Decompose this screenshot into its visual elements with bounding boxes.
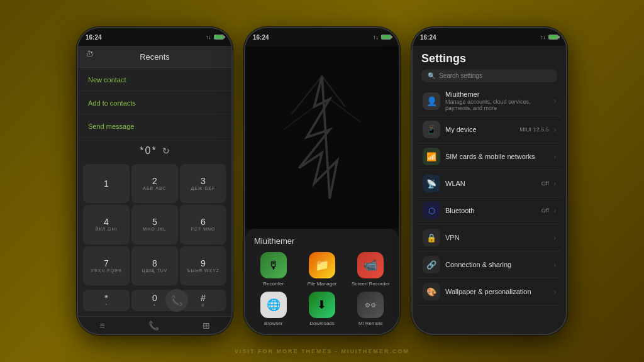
app-browser[interactable]: 🌐 Browser <box>252 292 295 326</box>
nav-call-icon[interactable]: 📞 <box>148 321 159 331</box>
phone-left: 16:24 ↑↓ ⏱ Recents New contact Add to co… <box>77 27 233 335</box>
dial-key-9[interactable]: 9 ЪЫЬЯ WXYZ <box>180 246 226 285</box>
left-time: 16:24 <box>86 34 102 41</box>
signal-icon: ↑↓ <box>206 34 211 40</box>
app-filemanager[interactable]: 📁 File Manager <box>300 252 343 287</box>
bluetooth-status: Off <box>541 207 549 214</box>
dial-key-3[interactable]: 3 ДЕЖ DEF <box>180 164 226 203</box>
wallpaper-icon: 🎨 <box>423 283 440 300</box>
call-button[interactable]: 📞 <box>165 289 188 312</box>
right-screen: Settings 🔍 Search settings 👤 Miuithemer … <box>413 46 566 334</box>
crack-effect <box>245 46 399 229</box>
dialer-display: *0* ↻ <box>78 138 231 162</box>
middle-time: 16:24 <box>253 34 269 41</box>
wlan-content: WLAN <box>445 180 536 187</box>
sim-icon: 📶 <box>423 148 440 165</box>
wlan-arrow: › <box>554 180 556 187</box>
middle-status-bar: 16:24 ↑↓ <box>245 28 399 46</box>
dial-key-6[interactable]: 6 РСТ MNO <box>180 205 226 244</box>
dial-key-8[interactable]: 8 ЦШЩ TUV <box>131 246 178 285</box>
bluetooth-arrow: › <box>554 207 556 214</box>
signal-icon-m: ↑↓ <box>373 34 379 40</box>
bluetooth-content: Bluetooth <box>445 207 536 214</box>
right-status-bar: 16:24 ↑↓ <box>413 28 566 46</box>
left-status-bar: 16:24 ↑↓ <box>78 28 231 46</box>
miremote-icon: ⚙⚙ <box>357 292 384 318</box>
dialer-grid: 1 2 АБВ ABC 3 ДЕЖ DEF 4 ЙКЛ GHI 5 МНО <box>78 162 231 288</box>
app-miremote[interactable]: ⚙⚙ Mi Remote <box>349 292 392 326</box>
dial-key-1[interactable]: 1 <box>83 164 130 203</box>
vpn-title: VPN <box>445 234 549 241</box>
downloads-label: Downloads <box>309 321 335 326</box>
recorder-label: Recorder <box>263 281 284 287</box>
vpn-content: VPN <box>445 234 549 241</box>
settings-header: Settings 🔍 Search settings <box>413 46 566 86</box>
add-to-contacts-item[interactable]: Add to contacts <box>78 91 231 114</box>
watermark: VISIT FOR MORE THEMES - MIUITHEMER.COM <box>235 348 409 354</box>
settings-item-device[interactable]: 📱 My device MIUI 12.5.5 › <box>418 116 561 143</box>
right-status-icons: ↑↓ <box>540 34 558 40</box>
settings-item-sim[interactable]: 📶 SIM cards & mobile networks › <box>418 143 561 170</box>
wlan-status: Off <box>541 180 549 187</box>
call-icon: 📞 <box>170 295 183 307</box>
new-contact-item[interactable]: New contact <box>78 68 231 91</box>
settings-item-connection[interactable]: 🔗 Connection & sharing › <box>418 251 561 278</box>
left-screen: ⏱ Recents New contact Add to contacts Se… <box>78 46 231 316</box>
right-time: 16:24 <box>420 34 436 41</box>
dialer-bottom: * * 0 + 📞 # # <box>78 288 231 316</box>
sim-content: SIM cards & mobile networks <box>445 153 549 160</box>
recents-header: ⏱ Recents <box>78 46 231 68</box>
settings-item-bluetooth[interactable]: ⬡ Bluetooth Off › <box>418 197 561 224</box>
vpn-arrow: › <box>554 234 556 241</box>
left-status-icons: ↑↓ <box>206 34 224 40</box>
settings-item-account[interactable]: 👤 Miuithemer Manage accounts, cloud serv… <box>418 86 561 116</box>
wallpaper-title: Wallpaper & personalization <box>445 288 549 295</box>
dial-key-4[interactable]: 4 ЙКЛ GHI <box>83 205 130 244</box>
settings-search[interactable]: 🔍 Search settings <box>421 69 557 82</box>
wallpaper-arrow: › <box>554 288 556 295</box>
device-title: My device <box>445 126 514 133</box>
app-recorder[interactable]: 🎙 Recorder <box>252 252 295 287</box>
dial-key-5[interactable]: 5 МНО JKL <box>131 205 178 244</box>
connection-title: Connection & sharing <box>445 261 549 268</box>
browser-label: Browser <box>264 321 282 326</box>
account-sub: Manage accounts, cloud services, payment… <box>445 99 549 111</box>
settings-item-wlan[interactable]: 📡 WLAN Off › <box>418 170 561 197</box>
settings-item-wallpaper[interactable]: 🎨 Wallpaper & personalization › <box>418 278 561 305</box>
settings-item-vpn[interactable]: 🔒 VPN › <box>418 224 561 251</box>
dial-key-star[interactable]: * * <box>83 290 130 311</box>
device-icon: 📱 <box>423 121 440 138</box>
app-screenrecorder[interactable]: 📹 Screen Recorder <box>349 252 392 287</box>
new-contact-label: New contact <box>88 76 126 84</box>
nav-menu-icon[interactable]: ≡ <box>99 321 104 331</box>
account-icon: 👤 <box>423 92 440 110</box>
left-nav-bar: ≡ 📞 ⊞ <box>78 316 231 334</box>
account-title: Miuithemer <box>445 90 549 98</box>
svg-line-4 <box>330 99 360 123</box>
dial-key-2[interactable]: 2 АБВ ABC <box>131 164 178 203</box>
send-message-item[interactable]: Send message <box>78 114 231 138</box>
app-drawer: Miuithemer 🎙 Recorder 📁 File Manager 📹 S… <box>245 229 399 334</box>
wlan-title: WLAN <box>445 180 536 187</box>
phone-right: 16:24 ↑↓ Settings 🔍 Search settings 👤 Mi… <box>411 27 567 335</box>
nav-grid-icon[interactable]: ⊞ <box>203 321 210 331</box>
device-arrow: › <box>554 126 556 133</box>
browser-icon: 🌐 <box>260 292 287 318</box>
middle-status-icons: ↑↓ <box>373 34 391 40</box>
app-drawer-title: Miuithemer <box>252 236 392 246</box>
filemanager-icon: 📁 <box>309 252 335 278</box>
dial-key-7[interactable]: 7 УФХЧ PQRS <box>83 246 130 285</box>
device-badge: MIUI 12.5.5 <box>519 126 549 133</box>
sim-title: SIM cards & mobile networks <box>445 153 549 160</box>
dialer-refresh-icon: ↻ <box>162 146 170 156</box>
account-arrow: › <box>554 97 556 104</box>
vpn-icon: 🔒 <box>423 229 440 246</box>
phones-container: 16:24 ↑↓ ⏱ Recents New contact Add to co… <box>0 21 644 341</box>
signal-icon-r: ↑↓ <box>540 34 546 40</box>
search-placeholder: Search settings <box>439 72 482 79</box>
svg-line-3 <box>284 107 314 130</box>
dial-key-0[interactable]: 0 + 📞 <box>131 290 178 311</box>
app-downloads[interactable]: ⬇ Downloads <box>300 292 343 326</box>
search-icon: 🔍 <box>428 72 435 79</box>
connection-arrow: › <box>554 261 556 268</box>
